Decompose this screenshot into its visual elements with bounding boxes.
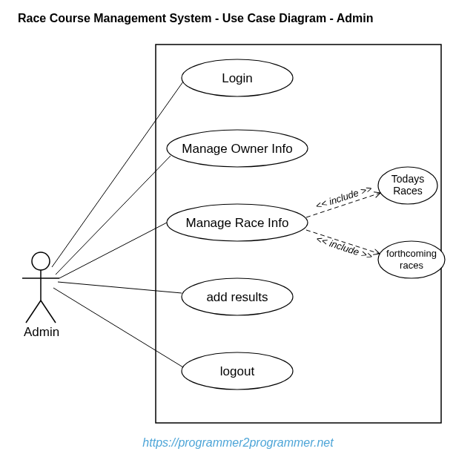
diagram-canvas: Login Manage Owner Info Manage Race Info… [0, 0, 476, 460]
usecase-forthcoming [378, 241, 445, 278]
usecase-login [182, 59, 293, 96]
assoc-add-results [58, 282, 182, 293]
include-label-1: << include >> [314, 183, 374, 211]
svg-point-0 [32, 252, 50, 270]
usecase-manage-race [167, 204, 308, 241]
usecase-todays-races [378, 167, 437, 204]
assoc-login [52, 82, 183, 267]
usecase-add-results [182, 278, 293, 315]
svg-line-3 [26, 300, 41, 323]
actor-label: Admin [24, 325, 59, 340]
assoc-manage-owner [56, 156, 171, 275]
assoc-logout [53, 288, 183, 367]
usecase-logout [182, 352, 293, 390]
include-label-2: << include >> [315, 233, 374, 262]
actor-admin [22, 252, 59, 323]
footer-link[interactable]: https://programmer2programmer.net [142, 436, 333, 450]
usecase-manage-owner [167, 130, 308, 167]
svg-line-4 [41, 300, 56, 323]
assoc-manage-race [59, 223, 167, 278]
